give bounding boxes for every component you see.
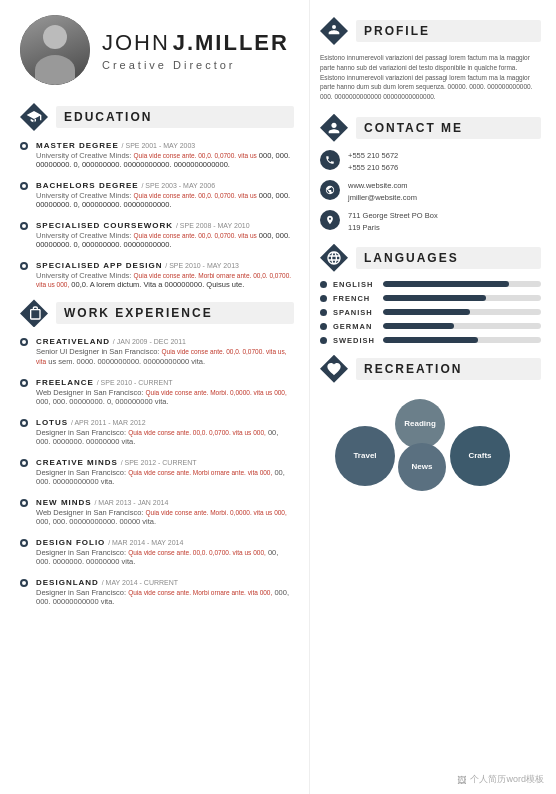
- lang-bar-fill: [383, 337, 478, 343]
- lang-name: SPANISH: [333, 308, 383, 317]
- profile-section: PROFILE Esistono innumerevoli variazioni…: [320, 17, 541, 102]
- work-item: DESIGN FOLIO / MAR 2014 - MAY 2014 Desig…: [20, 536, 294, 566]
- contact-icon: [326, 120, 342, 136]
- work-role: Designer in San Francisco: Quia vide con…: [36, 588, 294, 606]
- work-content: FREELANCE / SPE 2010 - CURRENT Web Desig…: [36, 376, 294, 406]
- language-icon: [326, 250, 342, 266]
- work-role: Web Designer in San Francisco: Quia vide…: [36, 508, 294, 526]
- profile-header: PROFILE: [320, 17, 541, 45]
- work-role: Senior UI Designer in San Francisco: Qui…: [36, 347, 294, 365]
- edu-content: SPECIALISED COURSEWORK / SPE 2008 - MAY …: [36, 219, 294, 249]
- edu-bullet: [20, 142, 28, 150]
- lang-bar-fill: [383, 295, 486, 301]
- work-icon-box: [20, 299, 48, 327]
- first-name: JOHN: [102, 30, 170, 55]
- name-block: JOHN J.MILLER Creative Director: [102, 30, 289, 71]
- work-bullet: [20, 338, 28, 346]
- lang-bullet: [320, 281, 327, 288]
- contact-header: CONTACT ME: [320, 114, 541, 142]
- phone-icon-box: [320, 150, 340, 170]
- education-section: EDUCATION MASTER DEGREE / SPE 2001 - MAY…: [20, 103, 294, 289]
- recreation-item: News: [398, 443, 446, 491]
- education-icon-box: [20, 103, 48, 131]
- recreation-item: Crafts: [450, 426, 510, 486]
- right-column: PROFILE Esistono innumerevoli variazioni…: [310, 0, 556, 794]
- work-role: Designer in San Francisco: Quia vide con…: [36, 428, 294, 446]
- address-info: 711 George Street PO Box 119 Paris: [348, 210, 438, 234]
- work-bullet: [20, 499, 28, 507]
- lang-name: GERMAN: [333, 322, 383, 331]
- profile-title: PROFILE: [356, 20, 541, 42]
- lang-bar-bg: [383, 295, 541, 301]
- lang-bullet: [320, 337, 327, 344]
- avatar: [20, 15, 90, 85]
- lang-bar-bg: [383, 281, 541, 287]
- location-icon-box: [320, 210, 340, 230]
- work-company: LOTUS / APR 2011 - MAR 2012: [36, 416, 294, 427]
- lang-name: FRENCH: [333, 294, 383, 303]
- recreation-title: RECREATION: [356, 358, 541, 380]
- profile-icon-box: [320, 17, 348, 45]
- website: www.website.com: [348, 180, 417, 192]
- phone2: +555 210 5676: [348, 162, 398, 174]
- lang-bar-bg: [383, 309, 541, 315]
- phone-contact: +555 210 5672 +555 210 5676: [320, 150, 541, 174]
- profile-icon: [326, 23, 342, 39]
- language-item: ENGLISH: [320, 280, 541, 289]
- lang-name: ENGLISH: [333, 280, 383, 289]
- recreation-icon-box: [320, 355, 348, 383]
- edu-content: BACHELORS DEGREE / SPE 2003 - MAY 2006 U…: [36, 179, 294, 209]
- edu-degree: SPECIALISED COURSEWORK / SPE 2008 - MAY …: [36, 219, 294, 230]
- contact-section: CONTACT ME +555 210 5672 +555 210 5676: [320, 114, 541, 234]
- profile-text: Esistono innumerevoli variazioni dei pas…: [320, 53, 541, 102]
- lang-bullet: [320, 323, 327, 330]
- edu-bullet: [20, 222, 28, 230]
- lang-bar-fill: [383, 309, 470, 315]
- watermark-text: 个人简历word模板: [470, 773, 544, 786]
- header: JOHN J.MILLER Creative Director: [20, 15, 294, 85]
- contact-title: CONTACT ME: [356, 117, 541, 139]
- education-item: BACHELORS DEGREE / SPE 2003 - MAY 2006 U…: [20, 179, 294, 209]
- language-item: GERMAN: [320, 322, 541, 331]
- work-company: CREATIVELAND / JAN 2009 - DEC 2011: [36, 335, 294, 346]
- edu-degree: MASTER DEGREE / SPE 2001 - MAY 2003: [36, 139, 294, 150]
- lang-name: SWEDISH: [333, 336, 383, 345]
- lang-bar-bg: [383, 323, 541, 329]
- watermark-icon: 🖼: [457, 775, 466, 785]
- languages-title: LANGUAGES: [356, 247, 541, 269]
- work-company: DESIGN FOLIO / MAR 2014 - MAY 2014: [36, 536, 294, 547]
- work-company: FREELANCE / SPE 2010 - CURRENT: [36, 376, 294, 387]
- edu-school: University of Creative Minds: Quia vide …: [36, 151, 294, 169]
- lang-bar-fill: [383, 323, 454, 329]
- recreation-circles: TravelReadingNewsCrafts: [320, 391, 541, 511]
- work-content: DESIGNLAND / MAY 2014 - CURRENT Designer…: [36, 576, 294, 606]
- work-item: CREATIVE MINDS / SPE 2012 - CURRENT Desi…: [20, 456, 294, 486]
- web-info: www.website.com jmiller@website.com: [348, 180, 417, 204]
- edu-content: SPECIALISED APP DESIGN / SPE 2010 - MAY …: [36, 259, 294, 289]
- edu-school: University of Creative Minds: Quia vide …: [36, 191, 294, 209]
- languages-header: LANGUAGES: [320, 244, 541, 272]
- job-title: Creative Director: [102, 59, 289, 71]
- work-title: WORK EXPERIENCE: [56, 302, 294, 324]
- education-item: MASTER DEGREE / SPE 2001 - MAY 2003 Univ…: [20, 139, 294, 169]
- work-company: DESIGNLAND / MAY 2014 - CURRENT: [36, 576, 294, 587]
- edu-degree: SPECIALISED APP DESIGN / SPE 2010 - MAY …: [36, 259, 294, 270]
- phone-icon: [325, 155, 335, 165]
- education-title: EDUCATION: [56, 106, 294, 128]
- education-item: SPECIALISED APP DESIGN / SPE 2010 - MAY …: [20, 259, 294, 289]
- globe-icon-box: [320, 180, 340, 200]
- full-name: JOHN J.MILLER: [102, 30, 289, 56]
- languages-icon-box: [320, 244, 348, 272]
- work-role: Designer in San Francisco: Quia vide con…: [36, 468, 294, 486]
- edu-school: University of Creative Minds: Quia vide …: [36, 271, 294, 289]
- language-item: SPANISH: [320, 308, 541, 317]
- recreation-item: Travel: [335, 426, 395, 486]
- education-list: MASTER DEGREE / SPE 2001 - MAY 2003 Univ…: [20, 139, 294, 289]
- work-list: CREATIVELAND / JAN 2009 - DEC 2011 Senio…: [20, 335, 294, 606]
- edu-bullet: [20, 182, 28, 190]
- edu-school: University of Creative Minds: Quia vide …: [36, 231, 294, 249]
- work-item: DESIGNLAND / MAY 2014 - CURRENT Designer…: [20, 576, 294, 606]
- work-content: NEW MINDS / MAR 2013 - JAN 2014 Web Desi…: [36, 496, 294, 526]
- address-contact: 711 George Street PO Box 119 Paris: [320, 210, 541, 234]
- phone-numbers: +555 210 5672 +555 210 5676: [348, 150, 398, 174]
